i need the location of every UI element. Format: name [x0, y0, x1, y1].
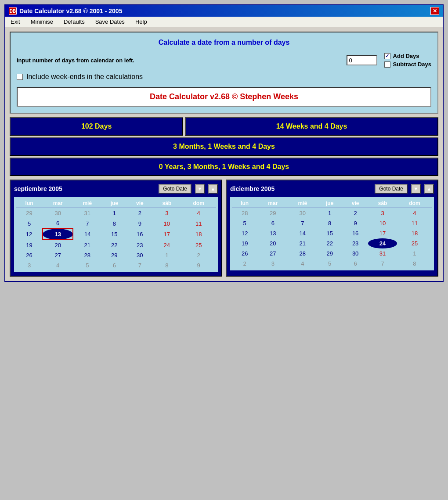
calendar-day[interactable]: 6 — [343, 259, 368, 269]
calendar-day[interactable]: 14 — [288, 228, 317, 238]
cal-right-down[interactable]: ▼ — [411, 184, 421, 194]
weekends-checkbox[interactable] — [17, 74, 23, 80]
calendar-day[interactable]: 9 — [127, 218, 152, 229]
calendar-day[interactable]: 25 — [181, 240, 216, 250]
calendar-day[interactable]: 23 — [343, 238, 368, 248]
calendar-day[interactable]: 28 — [288, 248, 317, 259]
calendar-day[interactable]: 24 — [368, 238, 397, 248]
calendar-day[interactable]: 28 — [73, 250, 101, 260]
calendar-day[interactable]: 21 — [73, 240, 101, 250]
calendar-day[interactable]: 12 — [16, 229, 43, 240]
calendar-day[interactable]: 8 — [101, 218, 127, 229]
calendar-day[interactable]: 24 — [152, 240, 181, 250]
calendar-day[interactable]: 15 — [317, 228, 343, 238]
calendar-day[interactable]: 3 — [257, 259, 288, 269]
calendar-day[interactable]: 29 — [16, 208, 43, 219]
calendar-day[interactable]: 27 — [43, 250, 73, 260]
calendar-day[interactable]: 28 — [232, 208, 257, 219]
menu-save-dates[interactable]: Save Dates — [94, 18, 126, 26]
calendar-day[interactable]: 17 — [368, 228, 397, 238]
calendar-day[interactable]: 1 — [152, 250, 181, 260]
calendar-day[interactable]: 22 — [317, 238, 343, 248]
calendar-day[interactable]: 8 — [397, 259, 432, 269]
calendar-day[interactable]: 1 — [101, 208, 127, 219]
calendar-day[interactable]: 11 — [397, 218, 432, 228]
subtract-days-checkbox[interactable] — [384, 61, 390, 68]
calendar-day[interactable]: 1 — [397, 248, 432, 259]
calendar-day[interactable]: 6 — [43, 218, 73, 229]
calendar-day[interactable]: 4 — [181, 208, 216, 219]
calendar-day[interactable]: 2 — [343, 208, 368, 219]
calendar-day[interactable]: 8 — [317, 218, 343, 228]
calendar-day[interactable]: 27 — [257, 248, 288, 259]
calendar-day[interactable]: 10 — [152, 218, 181, 229]
calendar-day[interactable]: 2 — [127, 208, 152, 219]
cal-right-goto[interactable]: Goto Date — [375, 184, 408, 194]
calendar-day[interactable]: 13 — [257, 228, 288, 238]
menu-minimise[interactable]: Minimise — [29, 18, 55, 26]
calendar-day[interactable]: 2 — [232, 259, 257, 269]
calendar-day[interactable]: 5 — [16, 218, 43, 229]
cal-left-goto[interactable]: Goto Date — [159, 184, 191, 194]
close-button[interactable]: ✕ — [430, 7, 439, 15]
menu-help[interactable]: Help — [134, 18, 149, 26]
calendar-day[interactable]: 18 — [181, 229, 216, 240]
calendar-day[interactable]: 4 — [397, 208, 432, 219]
calendar-day[interactable]: 25 — [397, 238, 432, 248]
calendar-day[interactable]: 22 — [101, 240, 127, 250]
calendar-day[interactable]: 6 — [257, 218, 288, 228]
calendar-day[interactable]: 11 — [181, 218, 216, 229]
calendar-day[interactable]: 3 — [368, 208, 397, 219]
calendar-day[interactable]: 30 — [43, 208, 73, 219]
calendar-day[interactable]: 16 — [127, 229, 152, 240]
calendar-day[interactable]: 7 — [288, 218, 317, 228]
calendar-day[interactable]: 7 — [127, 260, 152, 270]
calendar-day[interactable]: 15 — [101, 229, 127, 240]
calendar-day[interactable]: 26 — [16, 250, 43, 260]
calendar-day[interactable]: 3 — [152, 208, 181, 219]
calendar-day[interactable]: 7 — [368, 259, 397, 269]
calendar-day[interactable]: 31 — [368, 248, 397, 259]
cal-left-down[interactable]: ▼ — [195, 184, 205, 194]
calendar-day[interactable]: 3 — [16, 260, 43, 270]
calendar-day[interactable]: 19 — [16, 240, 43, 250]
calendar-day[interactable]: 23 — [127, 240, 152, 250]
calendar-day[interactable]: 6 — [101, 260, 127, 270]
calendar-day[interactable]: 5 — [232, 218, 257, 228]
calendar-day[interactable]: 20 — [257, 238, 288, 248]
calendar-day[interactable]: 21 — [288, 238, 317, 248]
calendar-day[interactable]: 29 — [317, 248, 343, 259]
days-input[interactable] — [347, 55, 377, 65]
calendar-day[interactable]: 16 — [343, 228, 368, 238]
calendar-day[interactable]: 9 — [343, 218, 368, 228]
menu-defaults[interactable]: Defaults — [62, 18, 87, 26]
calendar-day[interactable]: 13 — [43, 229, 73, 240]
calendar-day[interactable]: 26 — [232, 248, 257, 259]
menu-exit[interactable]: Exit — [9, 18, 22, 26]
calendar-day[interactable]: 29 — [101, 250, 127, 260]
calendar-day[interactable]: 1 — [317, 208, 343, 219]
calendar-day[interactable]: 30 — [288, 208, 317, 219]
calendar-day[interactable]: 30 — [127, 250, 152, 260]
calendar-day[interactable]: 29 — [257, 208, 288, 219]
calendar-day[interactable]: 4 — [43, 260, 73, 270]
cal-right-up[interactable]: ▲ — [424, 184, 434, 194]
calendar-day[interactable]: 30 — [343, 248, 368, 259]
calendar-day[interactable]: 9 — [181, 260, 216, 270]
calendar-day[interactable]: 17 — [152, 229, 181, 240]
calendar-day[interactable]: 5 — [73, 260, 101, 270]
calendar-day[interactable]: 19 — [232, 238, 257, 248]
calendar-day[interactable]: 31 — [73, 208, 101, 219]
calendar-day[interactable]: 4 — [288, 259, 317, 269]
calendar-day[interactable]: 8 — [152, 260, 181, 270]
cal-left-up[interactable]: ▲ — [208, 184, 218, 194]
calendar-day[interactable]: 5 — [317, 259, 343, 269]
calendar-day[interactable]: 2 — [181, 250, 216, 260]
calendar-day[interactable]: 14 — [73, 229, 101, 240]
calendar-day[interactable]: 20 — [43, 240, 73, 250]
calendar-day[interactable]: 18 — [397, 228, 432, 238]
calendar-day[interactable]: 12 — [232, 228, 257, 238]
calendar-day[interactable]: 7 — [73, 218, 101, 229]
calendar-day[interactable]: 10 — [368, 218, 397, 228]
add-days-checkbox[interactable] — [384, 53, 390, 59]
